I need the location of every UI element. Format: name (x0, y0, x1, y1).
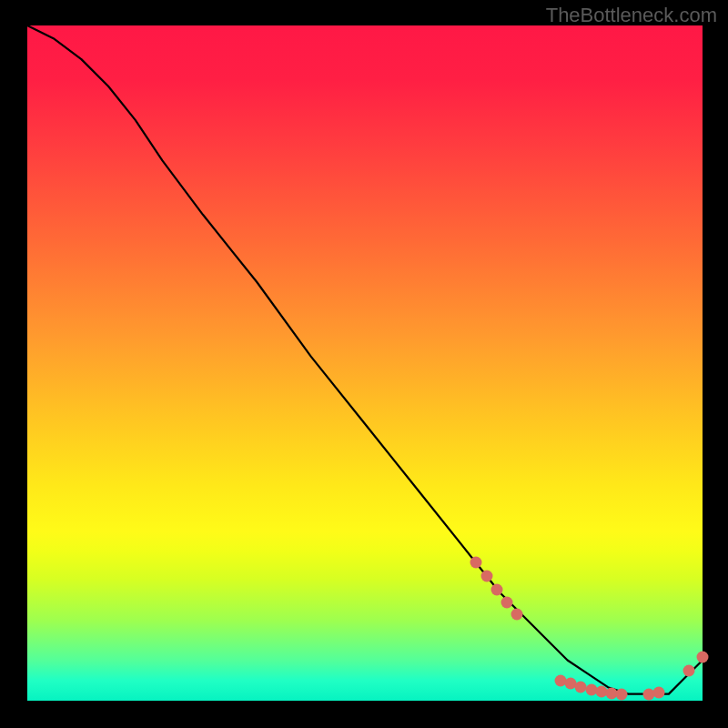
watermark-text: TheBottleneck.com (546, 4, 717, 27)
data-marker (490, 583, 502, 595)
data-marker (470, 556, 482, 568)
data-marker (511, 609, 522, 621)
data-marker (652, 687, 664, 699)
data-marker (480, 570, 492, 581)
data-marker (500, 597, 512, 609)
data-marker (615, 688, 627, 700)
gradient-background (27, 25, 703, 701)
data-marker (697, 651, 709, 662)
plot-area (27, 25, 703, 701)
data-marker (683, 664, 695, 676)
